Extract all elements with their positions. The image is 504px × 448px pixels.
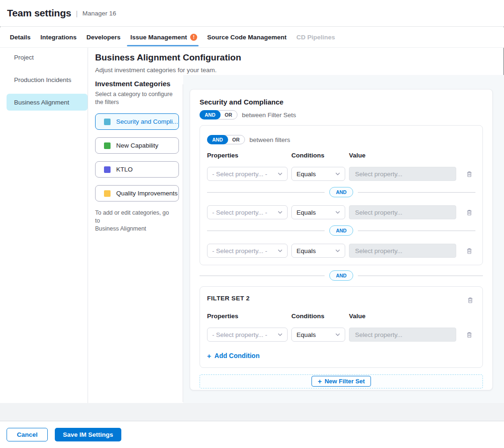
tab-source-code-management[interactable]: Source Code Management	[207, 27, 287, 47]
value-input[interactable]: Select property...	[349, 328, 456, 342]
tab-details[interactable]: Details	[10, 27, 30, 47]
plus-icon: +	[207, 352, 211, 359]
sidebar-item-business-alignment[interactable]: Business Alignment	[7, 94, 88, 111]
and-chip: AND	[329, 225, 353, 236]
or-option[interactable]: OR	[220, 112, 237, 118]
sidebar-item-label: Project	[14, 54, 34, 61]
condition-select[interactable]: Equals	[291, 167, 345, 181]
category-security-and-compliance[interactable]: Security and Compli...	[95, 113, 179, 130]
chevron-down-icon	[278, 249, 282, 252]
condition-select[interactable]: Equals	[291, 328, 345, 342]
category-swatch	[104, 142, 111, 149]
active-tab-underline	[127, 45, 199, 46]
filter-set-2-header: FILTER SET 2	[207, 295, 475, 305]
or-option[interactable]: OR	[228, 137, 245, 142]
categories-title: Investment Categories	[95, 80, 179, 88]
chevron-down-icon	[335, 172, 340, 175]
condition-value: Equals	[296, 247, 316, 254]
property-select[interactable]: - Select property... -	[207, 244, 288, 258]
tab-developers[interactable]: Developers	[87, 27, 121, 47]
property-select[interactable]: - Select property... -	[207, 205, 288, 219]
conditions-header: Conditions	[291, 152, 349, 159]
value-placeholder: Select property...	[355, 171, 402, 178]
chevron-down-icon	[278, 172, 282, 175]
value-input[interactable]: Select property...	[349, 205, 456, 219]
category-ktlo[interactable]: KTLO	[95, 161, 179, 178]
warning-badge-icon: !	[190, 34, 197, 41]
and-chip: AND	[329, 187, 353, 197]
property-placeholder: - Select property... -	[212, 331, 267, 338]
filter-column-headers: Properties Conditions Value	[207, 313, 475, 320]
category-label: Quality Improvements	[116, 190, 178, 197]
sidebar-item-label: Business Alignment	[14, 99, 69, 106]
tab-label: CD Pipelines	[296, 34, 335, 41]
category-new-capability[interactable]: New Capability	[95, 137, 179, 154]
footer-actions: Cancel Save IM Settings	[0, 421, 504, 448]
conditions-header: Conditions	[291, 313, 349, 320]
title-divider: |	[76, 9, 78, 17]
value-placeholder: Select property...	[355, 331, 402, 338]
delete-filter-button[interactable]	[464, 169, 474, 179]
sidebar-item-production-incidents[interactable]: Production Incidents	[7, 71, 88, 88]
and-or-toggle-sets[interactable]: AND OR	[200, 110, 237, 119]
app-header: Team settings | Manager 16	[0, 0, 504, 27]
condition-select[interactable]: Equals	[291, 244, 345, 258]
delete-filter-set-button[interactable]	[465, 295, 475, 305]
separator-line	[358, 231, 475, 231]
section-title: Business Alignment Configuration	[95, 52, 241, 63]
new-filter-set-dropzone: + New Filter Set	[200, 374, 483, 388]
filter-set-2-title: FILTER SET 2	[207, 295, 250, 302]
selected-category-heading: Security and Compliance	[200, 98, 483, 106]
delete-filter-button[interactable]	[464, 329, 474, 340]
value-input[interactable]: Select property...	[349, 167, 456, 181]
and-separator: AND	[207, 187, 475, 197]
condition-value: Equals	[296, 331, 316, 338]
save-im-settings-button[interactable]: Save IM Settings	[55, 428, 121, 441]
category-label: New Capability	[116, 142, 158, 149]
chevron-down-icon	[335, 211, 340, 214]
trash-icon	[466, 331, 473, 338]
property-select[interactable]: - Select property... -	[207, 167, 288, 181]
sidebar-item-project[interactable]: Project	[7, 49, 88, 66]
add-condition-label: Add Condition	[215, 352, 259, 359]
between-filters-label: between filters	[250, 136, 290, 143]
tab-issue-management[interactable]: Issue Management !	[130, 27, 197, 47]
tab-label: Issue Management	[130, 34, 187, 41]
categories-note: To add or edit categories, go to Busines…	[95, 209, 175, 233]
chevron-down-icon	[335, 249, 340, 252]
value-placeholder: Select property...	[355, 209, 402, 216]
new-filter-set-button[interactable]: + New Filter Set	[311, 376, 371, 387]
footer-spacer-band	[0, 403, 504, 421]
new-filter-set-label: New Filter Set	[325, 378, 365, 385]
category-label: KTLO	[116, 166, 133, 173]
filter-row: - Select property... - Equals Select pro…	[207, 328, 475, 342]
delete-filter-button[interactable]	[464, 207, 474, 217]
separator-line	[200, 276, 325, 276]
and-or-toggle-filters[interactable]: AND OR	[207, 135, 245, 144]
condition-value: Equals	[296, 171, 316, 178]
category-quality-improvements[interactable]: Quality Improvements	[95, 185, 179, 202]
property-select[interactable]: - Select property... -	[207, 328, 288, 342]
value-input[interactable]: Select property...	[349, 244, 456, 258]
and-option[interactable]: AND	[207, 135, 228, 144]
condition-select[interactable]: Equals	[291, 205, 345, 219]
chevron-down-icon	[278, 211, 282, 214]
trash-icon	[466, 209, 473, 216]
filters-operator-row: AND OR between filters	[207, 135, 475, 144]
separator-line	[358, 192, 475, 193]
tab-integrations[interactable]: Integrations	[40, 27, 76, 47]
sidebar-item-label: Production Incidents	[14, 76, 71, 83]
delete-filter-button[interactable]	[464, 246, 474, 256]
trash-icon	[466, 171, 473, 178]
filter-set-2: FILTER SET 2 Properties Conditions Value…	[200, 286, 483, 368]
trash-icon	[467, 297, 474, 304]
cancel-button[interactable]: Cancel	[7, 428, 48, 441]
value-placeholder: Select property...	[355, 247, 402, 254]
add-condition-button[interactable]: + Add Condition	[207, 352, 259, 359]
tab-cd-pipelines: CD Pipelines	[296, 27, 335, 47]
tab-label: Source Code Management	[207, 34, 287, 41]
category-filters-card: Security and Compliance AND OR between F…	[190, 89, 493, 390]
tab-label: Developers	[87, 34, 121, 41]
and-separator: AND	[207, 225, 475, 236]
and-option[interactable]: AND	[200, 110, 221, 119]
